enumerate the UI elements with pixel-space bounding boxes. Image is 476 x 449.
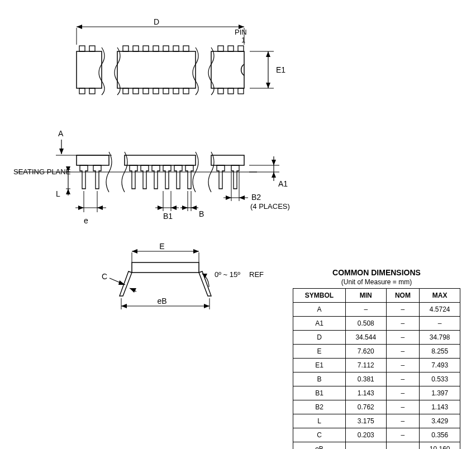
top-view: D PIN 1: [77, 17, 285, 95]
table-cell: –: [386, 428, 420, 442]
table-cell: A1: [293, 317, 346, 331]
svg-rect-29: [218, 88, 223, 94]
table-cell: –: [386, 442, 420, 450]
svg-rect-42: [211, 155, 244, 165]
table-cell: 34.544: [345, 331, 386, 345]
svg-rect-16: [183, 46, 189, 51]
svg-rect-13: [153, 46, 159, 51]
table-cell: –: [386, 372, 420, 386]
svg-marker-75: [132, 249, 137, 254]
table-cell: 1.397: [420, 386, 460, 400]
svg-rect-19: [238, 46, 244, 51]
table-row: E17.112–7.493: [293, 359, 460, 372]
table-cell: –: [386, 345, 420, 359]
svg-rect-9: [89, 46, 95, 51]
table-cell: 7.493: [420, 359, 460, 372]
svg-rect-6: [117, 51, 196, 88]
table-cell: 8.255: [420, 345, 460, 359]
table-cell: –: [345, 442, 386, 450]
dimensions-table: SYMBOL MIN NOM MAX A––4.5724A10.508––D34…: [293, 288, 460, 449]
label-B2-note: (4 PLACES): [250, 202, 290, 211]
svg-rect-27: [173, 88, 179, 94]
table-cell: –: [386, 359, 420, 372]
label-A1: A1: [278, 179, 288, 188]
table-row: E7.620–8.255: [293, 345, 460, 359]
table-cell: eB: [293, 442, 346, 450]
svg-marker-63: [191, 206, 197, 210]
label-PIN: PIN: [235, 28, 247, 36]
svg-marker-72: [272, 160, 276, 165]
table-row: L3.175–3.429: [293, 414, 460, 428]
svg-rect-28: [183, 88, 189, 94]
label-B: B: [199, 209, 204, 218]
svg-marker-53: [97, 206, 103, 210]
svg-rect-18: [228, 46, 234, 51]
side-view: A SEATING PLANE: [13, 129, 290, 225]
table-cell: 0.508: [345, 317, 386, 331]
svg-marker-89: [204, 304, 210, 308]
svg-marker-68: [239, 195, 245, 200]
table-row: A10.508––: [293, 317, 460, 331]
label-E1: E1: [276, 65, 285, 74]
table-cell: 0.381: [345, 372, 386, 386]
svg-marker-83: [130, 288, 136, 293]
svg-marker-35: [266, 51, 270, 57]
label-PIN1: 1: [241, 36, 245, 44]
side-pins: [80, 165, 239, 189]
table-cell: –: [386, 386, 420, 400]
label-D: D: [154, 17, 159, 26]
th-nom: NOM: [386, 289, 420, 303]
table-row: B11.143–1.397: [293, 386, 460, 400]
table-cell: 1.143: [345, 386, 386, 400]
svg-rect-31: [238, 88, 244, 94]
svg-rect-14: [163, 46, 169, 51]
svg-rect-30: [228, 88, 234, 94]
svg-rect-8: [79, 46, 85, 51]
table-cell: E: [293, 345, 346, 359]
label-angle: 0º ~ 15º: [215, 270, 240, 279]
table-cell: L: [293, 414, 346, 428]
dimensions-table-wrap: COMMON DIMENSIONS (Unit of Measure = mm)…: [293, 268, 460, 449]
svg-marker-38: [59, 149, 64, 154]
svg-rect-5: [77, 51, 102, 88]
table-cell: B2: [293, 400, 346, 414]
table-row: B20.762–1.143: [293, 400, 460, 414]
label-E: E: [159, 242, 164, 251]
svg-marker-62: [182, 206, 188, 210]
svg-marker-88: [121, 304, 127, 308]
svg-rect-21: [89, 88, 95, 94]
svg-rect-23: [133, 88, 139, 94]
table-cell: –: [386, 400, 420, 414]
svg-marker-73: [272, 172, 276, 178]
table-cell: 10.160: [420, 442, 460, 450]
table-cell: D: [293, 331, 346, 345]
table-cell: 1.143: [420, 400, 460, 414]
table-cell: A: [293, 303, 346, 317]
table-cell: 7.112: [345, 359, 386, 372]
table-cell: –: [345, 303, 386, 317]
table-cell: 3.175: [345, 414, 386, 428]
table-cell: 7.620: [345, 345, 386, 359]
svg-rect-26: [163, 88, 169, 94]
table-cell: 0.762: [345, 400, 386, 414]
label-L: L: [56, 189, 60, 198]
table-cell: E1: [293, 359, 346, 372]
table-cell: B: [293, 372, 346, 386]
table-cell: 4.5724: [420, 303, 460, 317]
label-B1: B1: [163, 212, 173, 221]
svg-rect-79: [132, 262, 199, 273]
svg-rect-24: [143, 88, 149, 94]
table-cell: B1: [293, 386, 346, 400]
label-C: C: [102, 272, 107, 281]
label-A: A: [58, 129, 64, 138]
table-subtitle: (Unit of Measure = mm): [293, 278, 460, 286]
label-eB: eB: [157, 297, 166, 305]
table-header-row: SYMBOL MIN NOM MAX: [293, 289, 460, 303]
table-cell: –: [386, 317, 420, 331]
table-cell: –: [386, 414, 420, 428]
th-symbol: SYMBOL: [293, 289, 346, 303]
table-cell: 0.533: [420, 372, 460, 386]
table-cell: –: [386, 303, 420, 317]
end-view: E C 0º ~ 15º REF eB: [102, 242, 264, 309]
table-cell: C: [293, 428, 346, 442]
